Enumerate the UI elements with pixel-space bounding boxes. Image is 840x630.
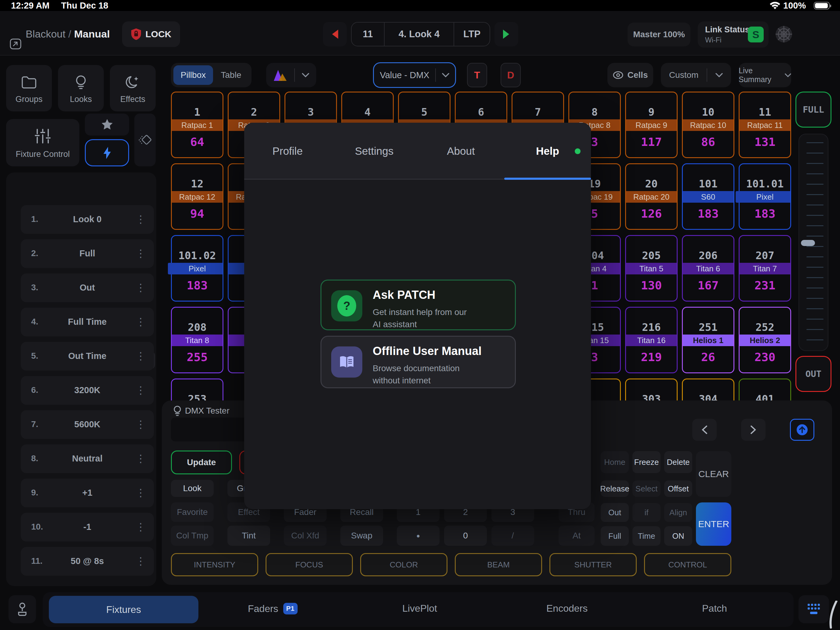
macro-item[interactable]: 3. Out ⋮ — [21, 273, 154, 302]
macro-item[interactable]: 1. Look 0 ⋮ — [21, 205, 154, 234]
playback-display[interactable]: 11 4. Look 4 LTP — [351, 22, 490, 46]
key-col-xfd[interactable]: Col Xfd — [284, 526, 327, 546]
key-0[interactable]: 0 — [444, 526, 487, 546]
custom-dropdown[interactable]: Custom — [661, 63, 731, 87]
fixture-cell[interactable]: 1 Ratpac 1 64 — [171, 92, 223, 158]
out-button[interactable]: OUT — [796, 356, 831, 392]
macro-options-icon[interactable]: ⋮ — [136, 384, 146, 396]
fixture-cell[interactable]: 208 Titan 8 255 — [171, 307, 223, 373]
nav-faders[interactable]: Faders P1 — [248, 603, 298, 614]
macro-options-icon[interactable]: ⋮ — [136, 213, 146, 225]
expand-up-button[interactable] — [790, 419, 814, 441]
fixture-cell[interactable]: 101.01 Pixel 183 — [739, 163, 791, 230]
section-color[interactable]: COLOR — [360, 553, 447, 576]
fixture-cell[interactable]: 101.02 Pixel 183 — [171, 235, 223, 302]
ask-patch-card[interactable]: ? Ask PATCH Get instant help from our AI… — [321, 279, 516, 330]
key-on[interactable]: ON — [664, 526, 692, 546]
key-freeze[interactable]: Freeze — [632, 451, 660, 473]
key-delete[interactable]: Delete — [664, 451, 692, 473]
key-release[interactable]: Release — [601, 480, 629, 497]
macro-options-icon[interactable]: ⋮ — [136, 247, 146, 259]
modal-tab-settings[interactable]: Settings — [331, 123, 418, 180]
fixture-type-dropdown[interactable] — [266, 63, 316, 87]
playback-go-button[interactable] — [494, 22, 518, 46]
fixture-cell[interactable]: 12 Ratpac 12 94 — [171, 163, 223, 230]
master-fader[interactable] — [799, 134, 828, 351]
macro-options-icon[interactable]: ⋮ — [136, 486, 146, 499]
macro-options-icon[interactable]: ⋮ — [136, 316, 146, 328]
effects-layers-button[interactable] — [134, 114, 156, 166]
fixture-cell[interactable]: 206 Titan 6 167 — [682, 235, 734, 302]
joystick-button[interactable] — [9, 595, 36, 623]
enter-button[interactable]: ENTER — [696, 502, 731, 546]
fixture-cell[interactable]: 251 Helios 1 26 — [682, 307, 734, 373]
fixture-cell[interactable]: 216 Titan 16 219 — [625, 307, 677, 373]
key-tint[interactable]: Tint — [227, 526, 270, 546]
modal-tab-about[interactable]: About — [418, 123, 504, 180]
web-settings-icon[interactable] — [775, 25, 793, 43]
show-name[interactable]: Blackout — [26, 28, 65, 39]
nav-patch[interactable]: Patch — [702, 603, 727, 614]
sidebar-groups-button[interactable]: Groups — [6, 65, 52, 111]
section-shutter[interactable]: SHUTTER — [549, 553, 637, 576]
offline-manual-card[interactable]: Offline User Manual Browse documentation… — [321, 336, 516, 388]
playback-back-button[interactable] — [323, 22, 347, 46]
nav-encoders[interactable]: Encoders — [546, 603, 587, 614]
key-favorite[interactable]: Favorite — [171, 502, 214, 522]
macro-item[interactable]: 9. +1 ⋮ — [21, 478, 154, 507]
key-out[interactable]: Out — [601, 503, 629, 522]
modal-tab-profile[interactable]: Profile — [244, 123, 331, 180]
key-at[interactable]: At — [559, 526, 595, 546]
value-mode-dropdown[interactable]: Value - DMX — [373, 62, 456, 88]
key-offset[interactable]: Offset — [664, 480, 692, 497]
highlight-bolt-button[interactable] — [85, 139, 129, 166]
macro-options-icon[interactable]: ⋮ — [136, 521, 146, 533]
fixture-cell[interactable]: 207 Titan 7 231 — [739, 235, 791, 302]
macro-item[interactable]: 10. -1 ⋮ — [21, 513, 154, 542]
d-button[interactable]: D — [501, 63, 521, 87]
key-select[interactable]: Select — [632, 480, 660, 497]
nav-fixtures[interactable]: Fixtures — [49, 596, 198, 623]
macro-item[interactable]: 4. Full Time ⋮ — [21, 308, 154, 336]
macro-item[interactable]: 8. Neutral ⋮ — [21, 444, 154, 473]
key-time[interactable]: Time — [632, 526, 660, 546]
full-button[interactable]: FULL — [796, 92, 831, 128]
tab-table[interactable]: Table — [213, 65, 249, 85]
page-left-button[interactable] — [692, 419, 717, 441]
page-right-button[interactable] — [741, 419, 766, 441]
key-home[interactable]: Home — [601, 451, 629, 473]
fixture-cell[interactable]: 10 Ratpac 10 86 — [682, 92, 734, 158]
tab-pillbox[interactable]: Pillbox — [174, 65, 213, 85]
fixture-cell[interactable]: 9 Ratpac 9 117 — [625, 92, 677, 158]
lock-button[interactable]: LOCK — [122, 21, 180, 47]
macro-item[interactable]: 11. 50 @ 8s ⋮ — [21, 547, 154, 576]
update-button[interactable]: Update — [171, 450, 232, 474]
fader-handle[interactable] — [801, 240, 815, 246]
sidebar-looks-button[interactable]: Looks — [58, 65, 104, 111]
favorites-star-button[interactable] — [85, 114, 129, 136]
macro-item[interactable]: 2. Full ⋮ — [21, 239, 154, 268]
macro-options-icon[interactable]: ⋮ — [136, 418, 146, 430]
key-full[interactable]: Full — [601, 526, 629, 546]
fixture-cell[interactable]: 205 Titan 5 130 — [625, 235, 677, 302]
key-if[interactable]: if — [632, 503, 660, 522]
fixture-cell[interactable]: 11 Ratpac 11 131 — [739, 92, 791, 158]
macro-options-icon[interactable]: ⋮ — [136, 555, 146, 567]
fixture-control-button[interactable]: Fixture Control — [6, 119, 79, 166]
section-intensity[interactable]: INTENSITY — [171, 553, 258, 576]
fixture-cell[interactable]: 20 Ratpac 20 126 — [625, 163, 677, 230]
key-dot[interactable]: ● — [397, 526, 439, 546]
key-col-tmp[interactable]: Col Tmp — [171, 526, 214, 546]
section-beam[interactable]: BEAM — [455, 553, 542, 576]
key-swap[interactable]: Swap — [340, 526, 383, 546]
cells-toggle-button[interactable]: Cells — [608, 63, 653, 87]
fixture-cell[interactable]: 101 S60 183 — [682, 163, 734, 230]
sidebar-effects-button[interactable]: Effects — [110, 65, 156, 111]
macro-item[interactable]: 7. 5600K ⋮ — [21, 410, 154, 439]
t-button[interactable]: T — [467, 63, 487, 87]
key-align[interactable]: Align — [664, 503, 692, 522]
show-file-icon[interactable] — [10, 38, 21, 49]
nav-liveplot[interactable]: LivePlot — [402, 603, 437, 614]
key-slash[interactable]: / — [491, 526, 534, 546]
macro-options-icon[interactable]: ⋮ — [136, 350, 146, 362]
